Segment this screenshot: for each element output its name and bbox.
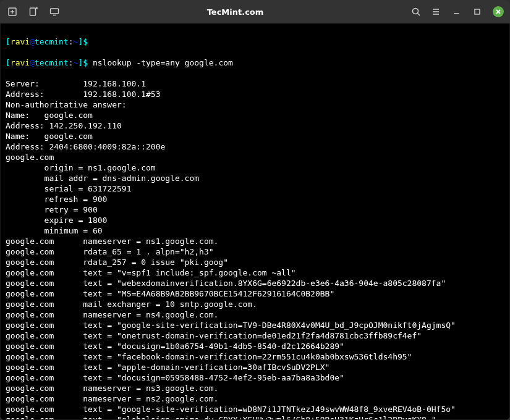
titlebar: TecMint.com <box>0 0 510 23</box>
svg-rect-14 <box>475 9 480 14</box>
output-line: google.com text = "globalsign-smime-dv=C… <box>6 414 504 420</box>
output-line: google.com nameserver = ns2.google.com. <box>6 393 504 404</box>
output-line: google.com text = "v=spf1 include:_spf.g… <box>6 267 504 278</box>
output-line: origin = ns1.google.com <box>6 162 504 173</box>
output-line: google.com text = "docusign=1b0a6754-49b… <box>6 341 504 351</box>
menu-icon[interactable] <box>431 7 441 17</box>
svg-point-8 <box>413 9 419 14</box>
output-line: google.com rdata_257 = 0 issue "pki.goog… <box>6 257 504 267</box>
output-line: google.com text = "onetrust-domain-verif… <box>6 330 504 341</box>
output-line: google.com text = "google-site-verificat… <box>6 404 504 414</box>
titlebar-left <box>5 7 59 17</box>
output-line: google.com text = "webexdomainverificati… <box>6 278 504 288</box>
output-line: Address: 192.168.100.1#53 <box>6 89 504 99</box>
output-line: google.com text = "facebook-domain-verif… <box>6 351 504 362</box>
output-line: minimum = 60 <box>6 225 504 236</box>
titlebar-right <box>411 6 505 17</box>
output-lines: Server: 192.168.100.1Address: 192.168.10… <box>6 78 504 420</box>
command-text: nslookup -type=any google.com <box>93 58 233 67</box>
screen-icon[interactable] <box>49 7 59 17</box>
output-line: google.com rdata_65 = 1 . alpn="h2,h3" <box>6 246 504 257</box>
output-line: google.com mail exchanger = 10 smtp.goog… <box>6 299 504 309</box>
output-line: google.com nameserver = ns1.google.com. <box>6 236 504 246</box>
svg-rect-3 <box>30 8 36 15</box>
output-line: google.com nameserver = ns3.google.com. <box>6 383 504 393</box>
output-line: serial = 631722591 <box>6 183 504 194</box>
close-button[interactable] <box>493 6 504 17</box>
output-line: google.com text = "google-site-verificat… <box>6 320 504 330</box>
output-line: Name: google.com <box>6 131 504 141</box>
output-line: Server: 192.168.100.1 <box>6 78 504 89</box>
output-line: google.com nameserver = ns4.google.com. <box>6 309 504 320</box>
output-line: Non-authoritative answer: <box>6 99 504 110</box>
output-line: retry = 900 <box>6 204 504 215</box>
window-title: TecMint.com <box>59 7 411 17</box>
output-line: expire = 1800 <box>6 215 504 225</box>
new-tab-icon[interactable] <box>7 7 17 17</box>
prompt-host: tecmint <box>35 37 69 46</box>
output-line: google.com <box>6 152 504 162</box>
prompt-colon: : <box>69 37 74 46</box>
svg-line-9 <box>418 14 420 16</box>
output-line: Address: 2404:6800:4009:82a::200e <box>6 141 504 152</box>
output-line: mail addr = dns-admin.google.com <box>6 173 504 183</box>
terminal-output[interactable]: [ravi@tecmint:~]$ [ravi@tecmint:~]$ nslo… <box>0 23 510 420</box>
output-line: google.com text = "docusign=05958488-475… <box>6 372 504 383</box>
output-line: google.com text = "apple-domain-verifica… <box>6 362 504 372</box>
output-line: Address: 142.250.192.110 <box>6 120 504 131</box>
output-line: google.com text = "MS=E4A68B9AB2BB9670BC… <box>6 288 504 299</box>
prompt-user: ravi <box>11 37 30 46</box>
output-line: Name: google.com <box>6 110 504 120</box>
prompt-lbracket: [ <box>6 37 11 46</box>
search-icon[interactable] <box>411 7 421 17</box>
minimize-button[interactable] <box>451 6 462 17</box>
command-line: [ravi@tecmint:~]$ nslookup -type=any goo… <box>6 57 504 68</box>
prompt-end: ]$ <box>78 37 92 46</box>
prompt-at: @ <box>30 37 35 46</box>
prev-prompt-line: [ravi@tecmint:~]$ <box>6 36 504 47</box>
maximize-button[interactable] <box>472 6 483 17</box>
new-window-icon[interactable] <box>28 7 38 17</box>
svg-rect-6 <box>51 9 59 14</box>
output-line: refresh = 900 <box>6 194 504 204</box>
